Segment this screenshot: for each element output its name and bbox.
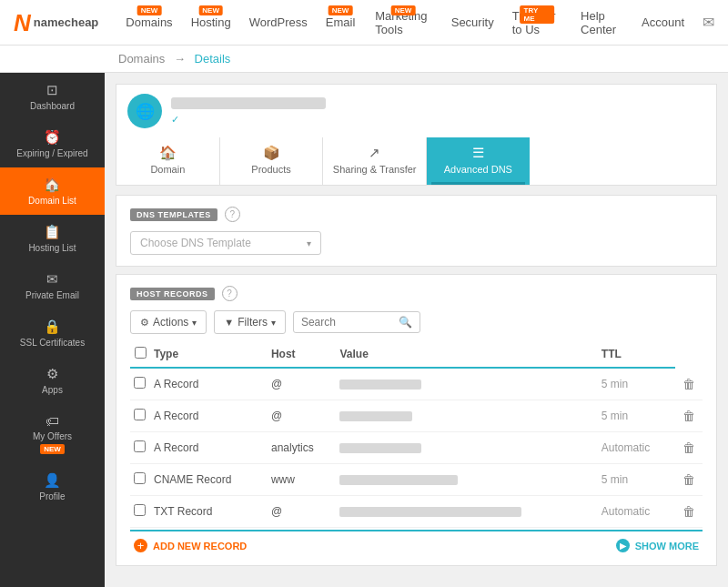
col-value: Value [336,341,597,368]
chevron-down-icon: ▾ [307,238,311,248]
nav-item-email[interactable]: NEW Email [317,0,365,46]
nav-item-help-label: Help Center [581,9,623,36]
row-delete-0[interactable]: 🗑 [675,368,703,400]
dns-templates-section: DNS TEMPLATES ? Choose DNS Template ▾ [116,195,717,267]
sidebar-item-apps[interactable]: ⚙ Apps [0,357,105,404]
row-type-0: A Record [150,368,268,400]
tab-domain-label: Domain [150,164,185,175]
row-checkbox-2[interactable] [134,440,146,452]
nav-badge-domains: NEW [137,5,162,15]
row-checkbox-3[interactable] [134,472,146,484]
nav-item-security[interactable]: Security [442,0,503,46]
apps-icon: ⚙ [46,366,58,382]
search-input[interactable] [301,316,395,329]
sidebar-item-profile[interactable]: 👤 Profile [0,463,105,511]
actions-label: Actions [153,316,188,329]
tab-domain-icon: 🏠 [159,145,177,161]
filters-button[interactable]: ▼ Filters ▾ [214,310,286,334]
nav-item-marketing[interactable]: NEW Marketing Tools [364,0,441,46]
breadcrumb-arrow: → [174,52,186,66]
domain-avatar: 🌐 [127,94,162,128]
actions-chevron-icon: ▾ [192,318,197,328]
sidebar-item-expiring-label: Expiring / Expired [16,148,87,158]
tab-products[interactable]: 📦 Products [220,137,324,185]
envelope-button[interactable]: ✉ [703,14,714,31]
nav-item-transfer[interactable]: TRY ME Transfer to Us [503,0,571,46]
dns-template-placeholder: Choose DNS Template [140,237,251,249]
row-type-3: CNAME Record [150,464,268,496]
content-area: 🌐 ✓ 🏠 Domain 📦 Products ↗ Sha [105,73,728,587]
sidebar-item-ssl-label: SSL Certificates [20,338,85,348]
nav-badge-hosting: NEW [198,5,223,15]
nav-item-wordpress[interactable]: WordPress [240,0,317,46]
breadcrumb-parent[interactable]: Domains [118,52,165,66]
table-row: A Record @ 5 min 🗑 [130,400,703,432]
dns-template-dropdown[interactable]: Choose DNS Template ▾ [130,231,321,255]
row-checkbox-1[interactable] [134,409,146,420]
sidebar-item-hosting-list[interactable]: 📋 Hosting List [0,215,105,262]
sidebar-item-expiring[interactable]: ⏰ Expiring / Expired [0,120,105,167]
logo-text: namecheap [34,15,99,29]
dns-templates-label: DNS TEMPLATES [130,208,217,221]
row-delete-1[interactable]: 🗑 [675,400,703,432]
row-delete-3[interactable]: 🗑 [675,464,703,496]
sidebar-item-ssl[interactable]: 🔒 SSL Certificates [0,309,105,357]
row-delete-4[interactable]: 🗑 [675,496,703,528]
row-ttl-4: Automatic [598,496,675,528]
row-type-2: A Record [150,432,268,464]
search-box: 🔍 [293,311,420,333]
row-checkbox-4[interactable] [134,504,146,516]
add-record-button[interactable]: + ADD NEW RECORD [134,539,247,552]
row-checkbox-0[interactable] [134,377,146,389]
my-offers-icon: 🏷 [46,413,59,429]
nav-item-hosting-label: Hosting [191,15,231,29]
select-all-checkbox[interactable] [135,347,147,359]
row-value-0 [336,368,597,400]
sidebar-item-domain-list-label: Domain List [28,196,76,206]
actions-button[interactable]: ⚙ Actions ▾ [130,310,207,334]
tab-sharing-transfer[interactable]: ↗ Sharing & Transfer [323,137,427,185]
row-host-2: analytics [268,432,337,464]
nav-badge-transfer: TRY ME [521,5,555,24]
nav-item-domains[interactable]: NEW Domains [116,0,181,46]
private-email-icon: ✉ [46,271,58,288]
row-ttl-1: 5 min [598,400,675,432]
tab-advanced-dns[interactable]: ☰ Advanced DNS [427,137,530,185]
settings-icon: ⚙ [140,317,149,329]
profile-icon: 👤 [44,472,61,489]
logo-n: N [14,11,31,35]
sidebar-item-dashboard[interactable]: ⊡ Dashboard [0,73,105,120]
sidebar-item-domain-list[interactable]: 🏠 Domain List [0,167,105,215]
sidebar-item-private-email[interactable]: ✉ Private Email [0,262,105,309]
filters-chevron-icon: ▾ [271,318,276,328]
table-row: A Record analytics Automatic 🗑 [130,432,703,464]
nav-badge-marketing: NEW [391,5,416,15]
expiring-icon: ⏰ [44,129,61,146]
sidebar: ⊡ Dashboard ⏰ Expiring / Expired 🏠 Domai… [0,73,105,587]
tab-domain[interactable]: 🏠 Domain [116,137,220,185]
tab-advanced-dns-icon: ☰ [472,145,484,161]
host-records-help[interactable]: ? [222,286,238,301]
top-nav: NEW Domains NEW Hosting WordPress NEW Em… [116,0,693,45]
logo[interactable]: N namecheap [14,11,98,35]
table-bottom-row: + ADD NEW RECORD ▶ SHOW MORE [130,530,703,554]
nav-item-account[interactable]: Account [632,0,693,46]
row-delete-2[interactable]: 🗑 [675,432,703,464]
ssl-icon: 🔒 [44,319,61,335]
nav-item-help[interactable]: Help Center [571,0,632,46]
tab-products-icon: 📦 [263,145,280,161]
row-value-3 [336,464,597,496]
tab-sharing-label: Sharing & Transfer [333,164,417,175]
add-record-label: ADD NEW RECORD [153,541,247,552]
sidebar-item-my-offers-label: My Offers NEW [33,431,72,454]
add-record-plus-icon: + [134,539,147,552]
dns-templates-help[interactable]: ? [225,207,240,222]
nav-item-wordpress-label: WordPress [249,15,308,29]
table-row: CNAME Record www 5 min 🗑 [130,464,703,496]
sidebar-item-my-offers[interactable]: 🏷 My Offers NEW [0,404,105,463]
col-ttl: TTL [598,341,675,368]
dashboard-icon: ⊡ [46,82,58,98]
nav-item-hosting[interactable]: NEW Hosting [182,0,240,46]
show-more-button[interactable]: ▶ SHOW MORE [616,539,699,552]
col-type: Type [150,341,268,368]
